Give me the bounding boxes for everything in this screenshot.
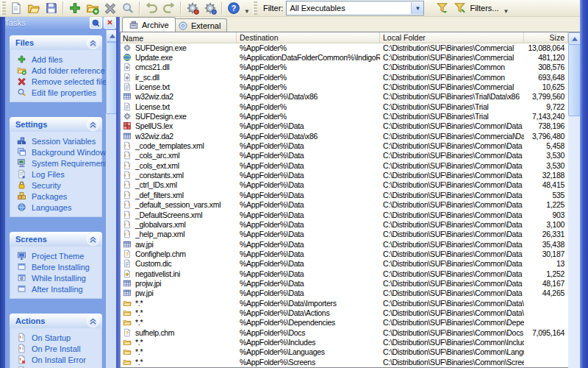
column-header-destination[interactable]: Destination bbox=[237, 32, 380, 43]
table-row[interactable]: SpellUS.lex%AppFolder%\DataC:\Distributi… bbox=[121, 121, 568, 131]
funnel-run-button[interactable] bbox=[433, 0, 451, 16]
table-row[interactable]: ir_sc.dll%AppFolder%C:\Distribution\SUF\… bbox=[121, 72, 568, 82]
sidebar-item-languages[interactable]: Languages bbox=[17, 202, 101, 213]
tab-external[interactable]: External bbox=[171, 18, 227, 32]
sidebar-item-on-pre-install[interactable]: On Pre Install bbox=[17, 343, 101, 354]
sidebar-item-remove-selected-files[interactable]: Remove selected files bbox=[17, 76, 101, 87]
table-row[interactable]: _constants.xml%AppFolder%\DataC:\Distrib… bbox=[121, 170, 568, 180]
table-row[interactable]: *.*%AppFolder%\IncludesC:\Distribution\S… bbox=[121, 337, 568, 347]
table-row[interactable]: *.*%AppFolder%\ScreensC:\Distribution\SU… bbox=[121, 357, 568, 367]
column-header-name[interactable]: Name bbox=[121, 32, 237, 43]
folder-icon bbox=[123, 318, 132, 328]
table-row[interactable]: _def_filters.xml%AppFolder%\DataC:\Distr… bbox=[121, 190, 568, 199]
sidebar-item-on-install-error[interactable]: On Install Error bbox=[17, 354, 101, 365]
table-row[interactable]: _code_templates.xml%AppFolder%\DataC:\Di… bbox=[121, 141, 568, 150]
sidebar-item-project-theme[interactable]: Project Theme bbox=[17, 250, 101, 261]
table-row[interactable]: License.txt%AppFolder%C:\Distribution\SU… bbox=[121, 102, 568, 111]
table-row[interactable]: *.*%AppFolder%\Data\ActionsC:\Distributi… bbox=[121, 308, 568, 317]
table-row[interactable]: *.*%AppFolder%\LanguagesC:\Distribution\… bbox=[121, 347, 568, 357]
settings-button[interactable] bbox=[201, 0, 219, 16]
table-row[interactable]: _DefaultScreens.xml%AppFolder%\DataC:\Di… bbox=[121, 210, 568, 219]
table-row[interactable]: projw.jpi%AppFolder%\DataC:\Distribution… bbox=[121, 278, 568, 288]
collapse-chevron-button[interactable] bbox=[87, 37, 99, 49]
sidebar-item-packages[interactable]: Packages bbox=[17, 191, 101, 202]
table-row[interactable]: aw.jpi%AppFolder%\DataC:\Distribution\SU… bbox=[121, 239, 568, 249]
open-folder-button[interactable] bbox=[25, 0, 43, 16]
chevron-up-icon bbox=[90, 318, 96, 325]
panel-header-actions[interactable]: Actions bbox=[10, 314, 102, 328]
filters-overflow-arrow-icon[interactable]: ▼ bbox=[503, 8, 509, 15]
table-row[interactable]: *.*%AppFolder%\DependenciesC:\Distributi… bbox=[121, 318, 568, 328]
funnel-button[interactable] bbox=[451, 0, 468, 16]
local-folder-cell: C:\Distribution\SUF\Binaries\Common\Scre… bbox=[380, 358, 524, 367]
table-row[interactable]: _ctrl_IDs.xml%AppFolder%\DataC:\Distribu… bbox=[121, 180, 568, 190]
destination-cell: %AppFolder% bbox=[237, 102, 380, 111]
table-row[interactable]: *.*%AppFolder%\Data\ImportersC:\Distribu… bbox=[121, 298, 568, 308]
add-files-button[interactable] bbox=[66, 0, 84, 16]
sidebar-item-session-variables[interactable]: Session Variables bbox=[17, 135, 101, 146]
sidebar-item-on-post-install[interactable]: On Post Install bbox=[17, 365, 101, 368]
pane-splitter[interactable] bbox=[116, 16, 120, 368]
panel-header-files[interactable]: Files bbox=[10, 35, 102, 50]
table-row[interactable]: Custom.dic%AppFolder%\DataC:\Distributio… bbox=[121, 259, 568, 269]
table-row[interactable]: License.txt%AppFolder%C:\Distribution\SU… bbox=[121, 82, 568, 91]
tasks-titlebar[interactable]: Tasks ✕ bbox=[0, 16, 118, 29]
redo-button[interactable] bbox=[160, 0, 178, 16]
toolbar-overflow-arrow-icon[interactable]: ▼ bbox=[244, 8, 250, 15]
sidebar-item-on-startup[interactable]: On Startup bbox=[17, 332, 101, 343]
sidebar-item-background-window[interactable]: Background Window bbox=[17, 146, 101, 158]
filters-button[interactable]: Filters... bbox=[470, 4, 498, 13]
filter-combobox[interactable]: All Executables ▼ bbox=[286, 1, 424, 15]
collapse-chevron-button[interactable] bbox=[87, 118, 99, 131]
close-button[interactable]: ✕ bbox=[104, 17, 116, 29]
table-row[interactable]: _globalvars.xml%AppFolder%\DataC:\Distri… bbox=[121, 219, 568, 229]
new-file-button[interactable] bbox=[7, 0, 25, 16]
sidebar-item-add-folder-reference[interactable]: Add folder reference bbox=[17, 65, 101, 76]
table-row[interactable]: _default_session_vars.xml%AppFolder%\Dat… bbox=[121, 200, 568, 210]
combobox-dropdown-arrow-icon[interactable]: ▼ bbox=[411, 2, 423, 14]
sidebar-item-before-installing[interactable]: Before Installing bbox=[17, 261, 101, 272]
collapse-chevron-button[interactable] bbox=[87, 233, 99, 246]
sidebar-item-add-files[interactable]: Add files bbox=[17, 54, 101, 65]
size-cell: 35,438 bbox=[524, 240, 568, 249]
table-row[interactable]: negativelist.ini%AppFolder%\DataC:\Distr… bbox=[121, 269, 568, 278]
list-scrollbar[interactable] bbox=[568, 32, 580, 368]
table-row[interactable]: ?Confighelp.chm%AppFolder%\DataC:\Distri… bbox=[121, 249, 568, 258]
table-row[interactable]: SUFDesign.exe%AppFolder%C:\Distribution\… bbox=[121, 43, 568, 52]
toolbar-grip[interactable] bbox=[1, 1, 6, 15]
panel-title: Settings bbox=[15, 120, 87, 129]
table-row[interactable]: pw.jpi%AppFolder%\DataC:\Distribution\SU… bbox=[121, 289, 568, 298]
size-cell: 308,576 bbox=[524, 63, 568, 71]
table-row[interactable]: _cols_ext.xml%AppFolder%\DataC:\Distribu… bbox=[121, 160, 568, 170]
add-folder-button[interactable] bbox=[84, 0, 101, 16]
column-header-size[interactable]: Size bbox=[524, 32, 568, 43]
table-row[interactable]: _cols_arc.xml%AppFolder%\DataC:\Distribu… bbox=[121, 151, 568, 160]
sidebar-item-security[interactable]: Security bbox=[17, 180, 101, 191]
sidebar-item-after-installing[interactable]: After Installing bbox=[17, 283, 101, 294]
undo-button[interactable] bbox=[143, 0, 160, 16]
table-row[interactable]: _help_map.xml%AppFolder%\DataC:\Distribu… bbox=[121, 230, 568, 239]
table-row[interactable]: ?sufhelp.chm%AppFolder%\DocsC:\Distribut… bbox=[121, 328, 568, 337]
sidebar-item-while-installing[interactable]: While Installing bbox=[17, 272, 101, 283]
search-button[interactable] bbox=[119, 0, 137, 16]
remove-button[interactable] bbox=[101, 0, 119, 16]
table-row[interactable]: w32wiz.da2%AppFolder%\Data\x86C:\Distrib… bbox=[121, 92, 568, 102]
sidebar-item-edit-file-properties[interactable]: Edit file properties bbox=[17, 87, 101, 98]
collapse-chevron-button[interactable] bbox=[87, 315, 99, 328]
help-button[interactable]: ? bbox=[225, 0, 243, 16]
open-folder-icon bbox=[27, 1, 40, 17]
table-row[interactable]: w32wiz.da2%AppFolder%\Data\x86C:\Distrib… bbox=[121, 131, 568, 141]
panel-header-screens[interactable]: Screens bbox=[10, 232, 102, 247]
sidebar-item-system-requirements[interactable]: System Requirements bbox=[17, 158, 101, 169]
table-row[interactable]: Update.exe%ApplicationDataFolderCommon%\… bbox=[121, 52, 568, 62]
table-row[interactable]: SUFDesign.exe%AppFolder%C:\Distribution\… bbox=[121, 111, 568, 121]
panel-header-settings[interactable]: Settings bbox=[10, 117, 102, 132]
table-row[interactable]: cmcs21.dll%AppFolder%C:\Distribution\SUF… bbox=[121, 63, 568, 72]
build-settings-button[interactable] bbox=[184, 0, 201, 16]
sidebar-item-log-files[interactable]: Log Files bbox=[17, 169, 101, 180]
pin-button[interactable] bbox=[90, 17, 102, 29]
toolbar-grip[interactable] bbox=[253, 1, 257, 15]
column-header-local-folder[interactable]: Local Folder bbox=[380, 32, 524, 43]
tab-archive[interactable]: Archive bbox=[122, 17, 176, 32]
save-button[interactable] bbox=[43, 0, 60, 16]
